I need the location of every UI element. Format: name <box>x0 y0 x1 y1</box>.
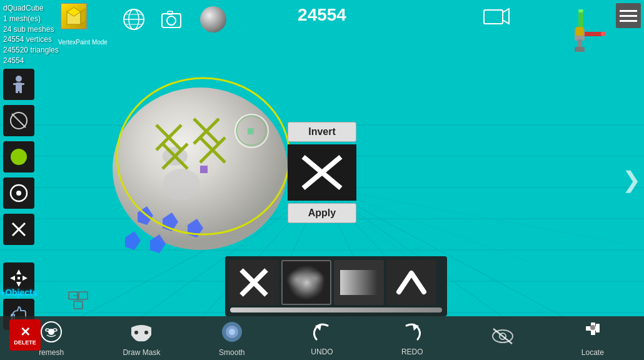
green-circle-tool-btn[interactable] <box>3 141 34 172</box>
axes-svg <box>553 9 610 66</box>
white-circle-tool-btn[interactable] <box>3 178 34 209</box>
remesh-label: remesh <box>39 348 64 357</box>
photo-icon[interactable] <box>159 8 183 34</box>
chevron-brush-icon <box>390 264 433 301</box>
svg-rect-47 <box>484 10 503 24</box>
undo-icon <box>310 321 334 346</box>
brush-slider-row <box>229 308 443 312</box>
locate-icon <box>580 320 606 346</box>
x-tool-btn[interactable] <box>3 214 34 245</box>
svg-rect-29 <box>200 166 208 173</box>
move-tool-btn[interactable] <box>3 69 34 100</box>
svg-rect-106 <box>596 324 600 328</box>
object-id-display: 24554 <box>298 5 346 25</box>
gradient-brush-option[interactable] <box>334 260 384 305</box>
redo-icon <box>400 321 424 346</box>
svg-point-93 <box>134 331 138 334</box>
cube-svg <box>62 4 86 28</box>
svg-point-65 <box>11 149 27 165</box>
svg-marker-72 <box>10 276 15 281</box>
svg-rect-62 <box>19 90 22 93</box>
svg-point-105 <box>590 325 595 330</box>
globe-icon[interactable] <box>122 8 146 34</box>
svg-marker-70 <box>16 269 21 274</box>
object-name-info: dQuadCube <box>3 3 59 14</box>
mode-label: VertexPaint Mode <box>58 39 108 46</box>
chevron-brush-option[interactable] <box>386 260 436 305</box>
hide-mask-button[interactable] <box>484 325 521 352</box>
hamburger-line-2 <box>620 15 637 17</box>
svg-marker-38 <box>81 9 86 24</box>
remesh-icon <box>39 320 64 346</box>
svg-line-17 <box>322 188 625 244</box>
undo-svg <box>310 321 334 343</box>
sphere-preview[interactable] <box>200 6 226 32</box>
svg-point-94 <box>144 331 148 334</box>
svg-point-57 <box>16 76 22 82</box>
objects-button[interactable]: +Objects <box>0 288 38 298</box>
brush-options-row <box>229 260 443 305</box>
bottom-toolbar: ✕ DELETE remesh <box>0 316 644 360</box>
draw-mask-icon <box>128 320 154 346</box>
svg-marker-33 <box>125 231 141 250</box>
svg-rect-61 <box>16 90 18 93</box>
draw-mask-label: Draw Mask <box>123 348 160 357</box>
cloud-brush-option[interactable] <box>281 260 331 305</box>
svg-marker-48 <box>503 9 509 24</box>
redo-button[interactable]: REDO <box>393 321 431 356</box>
svg-marker-73 <box>23 276 28 281</box>
hamburger-menu[interactable] <box>616 3 641 28</box>
svg-point-82 <box>306 271 325 286</box>
slash-icon <box>9 111 29 131</box>
apply-button[interactable]: Apply <box>288 203 356 223</box>
material-cube-icon[interactable] <box>61 3 87 29</box>
smooth-label: Smooth <box>219 348 244 357</box>
gradient-brush-icon <box>337 264 381 301</box>
camera-svg <box>483 6 510 28</box>
3d-head-object[interactable] <box>81 75 300 256</box>
cloud-brush-icon <box>284 261 328 304</box>
info-panel: dQuadCube 1 mesh(es) 24 sub meshes 24554… <box>3 3 59 66</box>
invert-button[interactable]: Invert <box>288 122 356 142</box>
brush-panel <box>225 256 447 316</box>
svg-rect-85 <box>79 292 88 299</box>
3d-viewport[interactable]: dQuadCube 1 mesh(es) 24 sub meshes 24554… <box>0 0 644 360</box>
locate-button[interactable]: Locate <box>574 320 611 357</box>
eye-icon <box>490 325 516 350</box>
id-display: 24554 <box>3 56 59 66</box>
svg-rect-107 <box>596 329 600 332</box>
camera-icon[interactable] <box>483 6 510 32</box>
x-brush-option[interactable] <box>229 260 279 305</box>
delete-button[interactable]: ✕ DELETE <box>9 319 41 351</box>
svg-point-97 <box>229 329 235 335</box>
draw-tool-btn[interactable] <box>3 105 34 136</box>
svg-point-45 <box>167 16 176 25</box>
locate-svg <box>580 320 606 344</box>
hamburger-line-1 <box>620 10 637 12</box>
x-tool-icon <box>10 221 28 238</box>
svg-rect-59 <box>13 83 18 85</box>
green-circle-icon <box>9 147 29 167</box>
undo-button[interactable]: UNDO <box>303 321 341 356</box>
x-icon: ✕ <box>20 324 31 339</box>
svg-marker-71 <box>16 282 21 287</box>
axes-widget <box>553 9 610 68</box>
smooth-button[interactable]: Smooth <box>213 320 251 357</box>
brush-size-slider[interactable] <box>230 308 442 312</box>
svg-rect-60 <box>19 83 24 85</box>
eye-svg <box>490 325 516 348</box>
right-arrow-button[interactable]: ❯ <box>622 167 641 193</box>
globe-svg <box>122 8 146 31</box>
draw-mask-button[interactable]: Draw Mask <box>123 320 160 357</box>
redo-label: REDO <box>401 348 423 356</box>
svg-line-64 <box>12 114 26 128</box>
svg-point-67 <box>16 191 21 196</box>
vertex-count: 24554 vertices <box>3 34 59 45</box>
move-icon <box>9 75 28 94</box>
svg-rect-74 <box>18 277 20 279</box>
mask-preview <box>288 144 356 201</box>
invert-popup: Invert Apply <box>288 122 356 223</box>
x-brush-icon <box>235 264 273 301</box>
svg-rect-86 <box>74 301 83 309</box>
smooth-icon <box>219 320 245 346</box>
